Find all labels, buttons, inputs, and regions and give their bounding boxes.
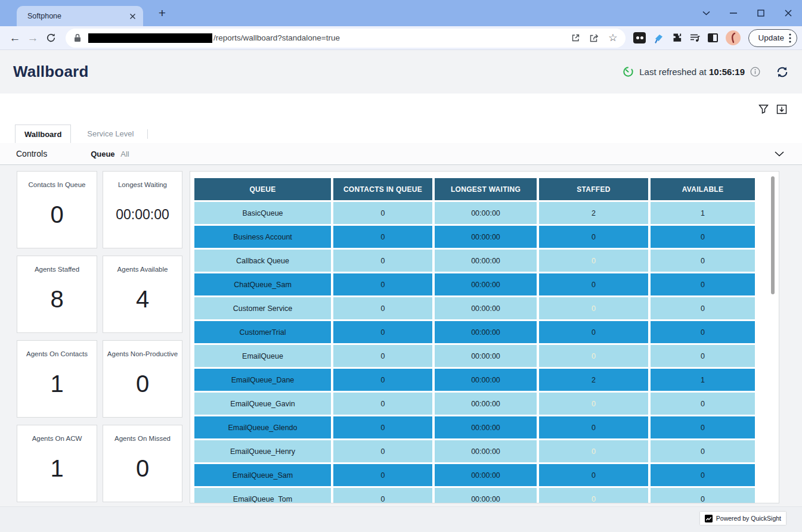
table-row[interactable]: CustomerTrial000:00:0000	[194, 321, 757, 343]
open-in-new-icon[interactable]	[571, 33, 580, 42]
update-button[interactable]: Update	[748, 29, 797, 47]
browser-menu-icon[interactable]	[789, 33, 791, 43]
window-minimize-button[interactable]	[720, 0, 747, 26]
timer-icon	[623, 66, 634, 77]
kpi-card: Longest Waiting 00:00:00	[103, 171, 182, 248]
kpi-card: Agents Non-Productive 0	[103, 340, 182, 418]
extension-blue-tool-icon[interactable]	[654, 33, 664, 43]
kpi-label: Longest Waiting	[118, 181, 167, 188]
table-row[interactable]: EmailQueue_Henry000:00:0000	[194, 440, 757, 462]
kpi-label: Agents Non-Productive	[107, 350, 178, 357]
tab-search-chevron-icon[interactable]	[692, 0, 720, 26]
controls-collapse-chevron-icon[interactable]	[775, 151, 784, 157]
window-maximize-button[interactable]	[747, 0, 775, 26]
table-row[interactable]: EmailQueue_Glendo000:00:0000	[194, 416, 757, 438]
playlist-music-icon[interactable]	[690, 33, 700, 42]
staffed-cell: 0	[539, 250, 648, 272]
url-bar[interactable]: /reports/wallboard?standalone=true ☆	[66, 29, 626, 48]
tab-divider	[147, 129, 148, 139]
last-refreshed-label: Last refreshed at	[639, 67, 707, 77]
table-row[interactable]: Callback Queue000:00:0000	[194, 250, 757, 272]
longest-waiting-cell: 00:00:00	[435, 488, 537, 503]
staffed-cell: 0	[539, 321, 648, 343]
longest-waiting-cell: 00:00:00	[435, 464, 537, 486]
dashboard-content: Contacts In Queue 0 Longest Waiting 00:0…	[0, 165, 802, 506]
tab-title: Softphone	[24, 12, 129, 20]
kpi-card: Agents On ACW 1	[17, 425, 97, 502]
tab-close-icon[interactable]	[129, 13, 136, 20]
reload-button[interactable]	[42, 29, 60, 47]
profile-avatar[interactable]	[726, 30, 741, 45]
longest-waiting-cell: 00:00:00	[435, 321, 537, 343]
kpi-value: 0	[136, 357, 149, 417]
browser-titlebar: Softphone +	[0, 0, 802, 26]
export-icon[interactable]	[776, 104, 787, 114]
tab-wallboard[interactable]: Wallboard	[15, 125, 71, 143]
table-row[interactable]: Customer Service000:00:0000	[194, 297, 757, 319]
tab-service-level[interactable]: Service Level	[78, 125, 143, 143]
available-cell: 0	[651, 440, 755, 462]
refresh-button[interactable]	[776, 66, 789, 78]
share-icon[interactable]	[589, 33, 599, 42]
kpi-label: Agents Staffed	[35, 266, 79, 273]
filter-icon[interactable]	[758, 104, 769, 114]
longest-waiting-cell: 00:00:00	[435, 250, 537, 272]
staffed-cell: 2	[539, 202, 648, 224]
longest-waiting-cell: 00:00:00	[435, 297, 537, 319]
queue-filter[interactable]: Queue All	[91, 150, 129, 158]
staffed-cell: 0	[539, 488, 648, 503]
contacts-in-queue-cell: 0	[333, 393, 432, 415]
kpi-value: 0	[136, 442, 149, 502]
queue-table-card: QUEUECONTACTS IN QUEUELONGEST WAITINGSTA…	[190, 171, 779, 503]
kpi-card: Contacts In Queue 0	[17, 171, 97, 248]
extension-dots-icon[interactable]	[633, 32, 646, 43]
kpi-card: Agents On Missed 0	[103, 425, 182, 502]
browser-tab-softphone[interactable]: Softphone	[17, 6, 143, 26]
table-row[interactable]: BasicQueue000:00:0021	[194, 202, 757, 224]
url-path-text: /reports/wallboard?standalone=true	[213, 33, 562, 42]
side-panel-icon[interactable]	[708, 33, 718, 42]
queue-cell: EmailQueue_Tom	[194, 488, 331, 503]
forward-button[interactable]: →	[24, 29, 42, 47]
update-button-label: Update	[758, 33, 784, 42]
bookmark-star-icon[interactable]: ☆	[608, 33, 617, 43]
back-button[interactable]: ←	[6, 29, 24, 47]
contacts-in-queue-cell: 0	[333, 297, 432, 319]
contacts-in-queue-cell: 0	[333, 488, 432, 503]
new-tab-button[interactable]: +	[154, 5, 171, 21]
table-row[interactable]: EmailQueue000:00:0000	[194, 345, 757, 367]
extensions-puzzle-icon[interactable]	[672, 33, 682, 43]
contacts-in-queue-cell: 0	[333, 202, 432, 224]
available-cell: 0	[651, 321, 755, 343]
table-row[interactable]: EmailQueue_Sam000:00:0000	[194, 464, 757, 486]
info-icon[interactable]	[750, 67, 760, 77]
queue-cell: EmailQueue_Gavin	[194, 393, 331, 415]
wallboard-page: Wallboard Last refreshed at 10:56:19	[0, 50, 802, 532]
kpi-card: Agents On Contacts 1	[17, 340, 97, 418]
browser-toolbar: ← → /reports/wallboard?standalone=true ☆	[0, 26, 802, 50]
kpi-value: 1	[50, 442, 63, 502]
available-cell: 0	[651, 250, 755, 272]
queue-filter-value: All	[120, 150, 129, 158]
table-row[interactable]: EmailQueue_Dane000:00:0021	[194, 369, 757, 391]
queue-filter-label: Queue	[91, 150, 114, 158]
contacts-in-queue-cell: 0	[333, 440, 432, 462]
sheet-tabs: Wallboard Service Level	[0, 125, 802, 143]
kpi-label: Agents On Contacts	[26, 350, 88, 357]
kpi-value: 4	[136, 273, 149, 332]
queue-cell: Callback Queue	[194, 250, 331, 272]
staffed-cell: 0	[539, 226, 648, 248]
available-cell: 0	[651, 273, 755, 295]
kpi-value: 00:00:00	[116, 188, 169, 248]
page-header: Wallboard Last refreshed at 10:56:19	[0, 50, 802, 94]
table-row[interactable]: Business Account000:00:0000	[194, 226, 757, 248]
table-scrollbar[interactable]	[771, 176, 775, 294]
table-row[interactable]: EmailQueue_Gavin000:00:0000	[194, 393, 757, 415]
longest-waiting-cell: 00:00:00	[435, 226, 537, 248]
table-row[interactable]: EmailQueue_Tom000:00:0000	[194, 488, 757, 503]
table-row[interactable]: ChatQueue_Sam000:00:0000	[194, 273, 757, 295]
staffed-cell: 0	[539, 416, 648, 438]
window-close-button[interactable]	[775, 0, 802, 26]
queue-cell: EmailQueue	[194, 345, 331, 367]
quicksight-logo-icon	[705, 515, 713, 522]
